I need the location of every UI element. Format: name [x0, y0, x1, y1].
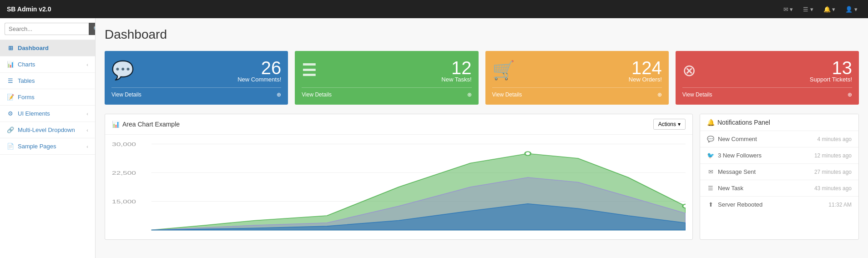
area-chart-svg: 30,000 22,500 15,000 — [112, 139, 686, 235]
comments-card-icon: 💬 — [111, 60, 134, 81]
comments-view-details[interactable]: View Details — [111, 91, 141, 98]
forms-icon: 📝 — [7, 94, 14, 101]
notifications-bell-icon: 🔔 — [707, 119, 715, 126]
charts-icon: 📊 — [7, 61, 14, 68]
sidebar-item-sample-pages[interactable]: 📄 Sample Pages ‹ — [0, 138, 95, 155]
dashboard-icon: ⊞ — [7, 45, 14, 51]
topnav: SB Admin v2.0 ✉ ▾ ☰ ▾ 🔔 ▾ 👤 ▾ — [0, 0, 868, 18]
stat-card-comments: 💬 26 New Comments! View Details ⊕ — [105, 51, 288, 105]
topnav-right: ✉ ▾ ☰ ▾ 🔔 ▾ 👤 ▾ — [780, 4, 862, 15]
svg-text:22,500: 22,500 — [112, 170, 136, 176]
svg-text:30,000: 30,000 — [112, 142, 136, 147]
notification-item-task: ☰ New Task 43 minutes ago — [700, 180, 858, 197]
chevron-icon: ‹ — [86, 127, 88, 133]
comments-label: New Comments! — [237, 76, 281, 83]
svg-point-11 — [683, 204, 686, 208]
app-body: 🔍 ⊞ Dashboard 📊 Charts ‹ ☰ Tables — [0, 18, 868, 258]
tickets-view-details[interactable]: View Details — [682, 91, 712, 98]
tickets-card-icon: ⊗ — [682, 61, 696, 80]
orders-footer-icon: ⊕ — [657, 91, 662, 98]
stat-cards-grid: 💬 26 New Comments! View Details ⊕ ☰ 12 — [105, 51, 859, 105]
brand-title: SB Admin v2.0 — [7, 5, 51, 13]
notification-item-message: ✉ Message Sent 27 minutes ago — [700, 164, 858, 180]
notification-item-comment: 💬 New Comment 4 minutes ago — [700, 131, 858, 147]
sidebar-item-ui-elements[interactable]: ⚙ UI Elements ‹ — [0, 106, 95, 122]
sample-icon: 📄 — [7, 143, 14, 150]
orders-view-details[interactable]: View Details — [492, 91, 522, 98]
orders-count: 124 — [629, 58, 662, 78]
sidebar-item-forms[interactable]: 📝 Forms — [0, 89, 95, 106]
chevron-icon: ‹ — [86, 62, 88, 67]
comment-notif-icon: 💬 — [707, 136, 714, 142]
sidebar-item-multilevel[interactable]: 🔗 Multi-Level Dropdown ‹ — [0, 122, 95, 138]
stat-card-tasks: ☰ 12 New Tasks! View Details ⊕ — [295, 51, 478, 105]
chart-title: 📊 Area Chart Example — [112, 121, 180, 128]
tasks-topnav-btn[interactable]: ☰ ▾ — [799, 4, 817, 15]
sidebar: 🔍 ⊞ Dashboard 📊 Charts ‹ ☰ Tables — [0, 18, 96, 258]
ui-icon: ⚙ — [7, 110, 14, 117]
message-notif-icon: ✉ — [707, 168, 714, 175]
followers-notif-icon: 🐦 — [707, 152, 714, 159]
notifications-panel: 🔔 Notifications Panel 💬 New Comment 4 mi… — [700, 114, 859, 240]
chevron-icon: ‹ — [86, 144, 88, 149]
tasks-card-icon: ☰ — [302, 61, 316, 80]
tasks-view-details[interactable]: View Details — [302, 91, 332, 98]
chevron-icon: ‹ — [86, 111, 88, 116]
main-content: Dashboard 💬 26 New Comments! View Detail… — [96, 18, 868, 258]
sidebar-item-charts[interactable]: 📊 Charts ‹ — [0, 56, 95, 73]
tickets-count: 13 — [810, 58, 852, 78]
comments-footer-icon: ⊕ — [277, 91, 281, 98]
chart-panel: 📊 Area Chart Example Actions ▾ — [105, 114, 693, 240]
actions-chevron-icon: ▾ — [678, 121, 681, 127]
svg-text:15,000: 15,000 — [112, 199, 136, 205]
chart-bar-icon: 📊 — [112, 121, 120, 128]
server-notif-icon: ⬆ — [707, 201, 714, 208]
notifications-list: 💬 New Comment 4 minutes ago 🐦 3 New Foll… — [700, 131, 858, 212]
task-notif-icon: ☰ — [707, 185, 714, 192]
svg-point-10 — [525, 152, 531, 155]
tickets-footer-icon: ⊕ — [848, 91, 852, 98]
orders-card-icon: 🛒 — [492, 60, 515, 81]
actions-dropdown-btn[interactable]: Actions ▾ — [653, 119, 686, 130]
bottom-row: 📊 Area Chart Example Actions ▾ — [105, 114, 859, 240]
tables-icon: ☰ — [7, 77, 14, 84]
stat-card-orders: 🛒 124 New Orders! View Details ⊕ — [485, 51, 669, 105]
sidebar-search-container: 🔍 — [0, 18, 95, 40]
messages-topnav-btn[interactable]: ✉ ▾ — [780, 4, 797, 15]
notification-item-server: ⬆ Server Rebooted 11:32 AM — [700, 197, 858, 212]
page-title: Dashboard — [105, 27, 859, 42]
comments-count: 26 — [237, 58, 281, 78]
user-topnav-btn[interactable]: 👤 ▾ — [842, 4, 861, 15]
sidebar-item-tables[interactable]: ☰ Tables — [0, 73, 95, 89]
orders-label: New Orders! — [629, 76, 662, 83]
chart-panel-header: 📊 Area Chart Example Actions ▾ — [105, 114, 692, 135]
tasks-count: 12 — [441, 58, 471, 78]
stat-card-tickets: ⊗ 13 Support Tickets! View Details ⊕ — [676, 51, 859, 105]
multilevel-icon: 🔗 — [7, 126, 14, 133]
search-input[interactable] — [5, 23, 89, 35]
notification-item-followers: 🐦 3 New Followers 12 minutes ago — [700, 147, 858, 164]
search-button[interactable]: 🔍 — [89, 23, 96, 35]
tasks-footer-icon: ⊕ — [467, 91, 472, 98]
sidebar-item-dashboard[interactable]: ⊞ Dashboard — [0, 40, 95, 56]
chart-area: 30,000 22,500 15,000 — [105, 135, 692, 239]
tickets-label: Support Tickets! — [810, 76, 852, 83]
alerts-topnav-btn[interactable]: 🔔 ▾ — [820, 4, 839, 15]
tasks-label: New Tasks! — [441, 76, 471, 83]
notifications-header: 🔔 Notifications Panel — [700, 114, 858, 131]
sidebar-nav: ⊞ Dashboard 📊 Charts ‹ ☰ Tables 📝 — [0, 40, 95, 258]
